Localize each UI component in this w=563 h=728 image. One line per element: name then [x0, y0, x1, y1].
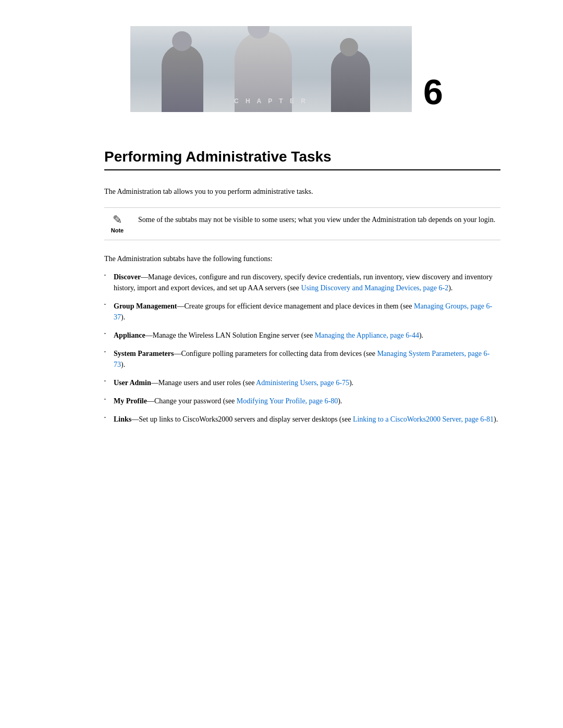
chapter-number: 6 — [423, 74, 443, 109]
list-item: • System Parameters—Configure polling pa… — [104, 348, 500, 370]
note-label: Note — [111, 227, 124, 233]
title-rule — [104, 169, 500, 170]
pencil-icon: ✎ — [113, 214, 122, 226]
bullet-bold: My Profile — [114, 397, 147, 405]
bullet-content: Links—Set up links to CiscoWorks2000 ser… — [114, 414, 500, 425]
bullet-bold: Group Management — [114, 302, 177, 310]
bullet-dot: • — [104, 415, 114, 421]
bullet-dot: • — [104, 302, 114, 308]
bullet-content: My Profile—Change your password (see Mod… — [114, 396, 500, 406]
link-discovery[interactable]: Using Discovery and Managing Devices, pa… — [301, 284, 449, 292]
bullet-dot: • — [104, 397, 114, 403]
bullet-content: Discover—Manage devices, configure and r… — [114, 272, 500, 293]
subtabs-intro: The Administration subtabs have the foll… — [104, 253, 500, 264]
bullet-dot: • — [104, 349, 114, 355]
chapter-image: C H A P T E R — [130, 26, 412, 112]
bullet-dot: • — [104, 273, 114, 279]
list-item: • My Profile—Change your password (see M… — [104, 396, 500, 406]
bullet-bold: Appliance — [114, 331, 145, 339]
bullet-bold: Discover — [114, 273, 141, 281]
chapter-label-area: C H A P T E R — [130, 97, 412, 112]
chapter-header: C H A P T E R 6 — [130, 26, 433, 112]
bullet-dot: • — [104, 378, 114, 385]
bullet-content: Group Management—Create groups for effic… — [114, 301, 500, 323]
list-item: • Discover—Manage devices, configure and… — [104, 272, 500, 293]
note-icon-area: ✎ Note — [104, 214, 130, 233]
bullet-list: • Discover—Manage devices, configure and… — [104, 272, 500, 425]
chapter-label: C H A P T E R — [234, 97, 308, 105]
list-item: • Group Management—Create groups for eff… — [104, 301, 500, 323]
link-links[interactable]: Linking to a CiscoWorks2000 Server, page… — [353, 415, 494, 423]
bullet-content: User Admin—Manage users and user roles (… — [114, 377, 500, 388]
intro-paragraph: The Administration tab allows you to you… — [104, 186, 500, 197]
list-item: • Appliance—Manage the Wireless LAN Solu… — [104, 330, 500, 341]
page-container: C H A P T E R 6 Performing Administrativ… — [0, 26, 563, 728]
link-my-profile[interactable]: Modifying Your Profile, page 6-80 — [237, 397, 338, 405]
bullet-dot: • — [104, 331, 114, 337]
list-item: • Links—Set up links to CiscoWorks2000 s… — [104, 414, 500, 425]
note-box: ✎ Note Some of the subtabs may not be vi… — [104, 207, 500, 240]
bullet-bold: User Admin — [114, 379, 151, 387]
link-user-admin[interactable]: Administering Users, page 6-75 — [256, 379, 349, 387]
link-appliance[interactable]: Managing the Appliance, page 6-44 — [315, 331, 419, 339]
bullet-bold: System Parameters — [114, 350, 174, 357]
bullet-content: Appliance—Manage the Wireless LAN Soluti… — [114, 330, 500, 341]
bullet-content: System Parameters—Configure polling para… — [114, 348, 500, 370]
content-area: Performing Administrative Tasks The Admi… — [104, 112, 500, 425]
note-text: Some of the subtabs may not be visible t… — [138, 214, 500, 225]
list-item: • User Admin—Manage users and user roles… — [104, 377, 500, 388]
bullet-bold: Links — [114, 415, 131, 423]
page-title: Performing Administrative Tasks — [104, 149, 500, 165]
chapter-number-box: 6 — [413, 71, 454, 112]
